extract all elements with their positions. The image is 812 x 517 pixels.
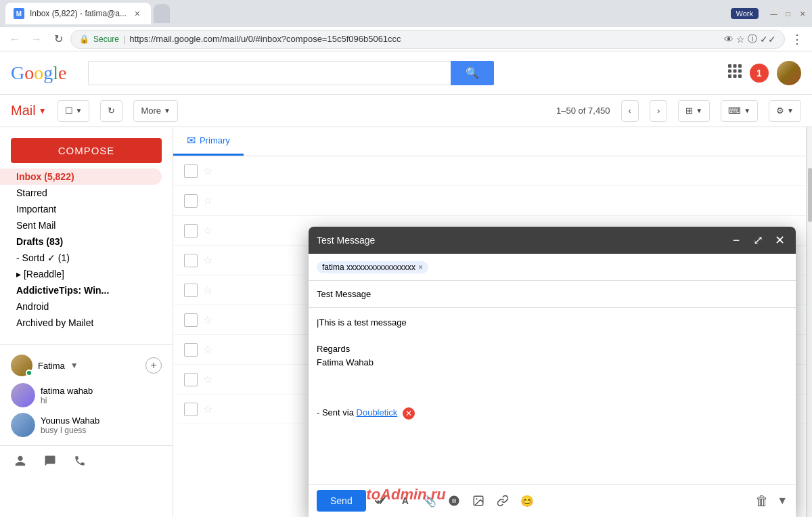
double-check-icon[interactable]: [371, 491, 390, 510]
maximize-btn[interactable]: □: [784, 9, 792, 18]
link2-icon[interactable]: [493, 491, 512, 510]
chat-user[interactable]: Fatima ▼ +: [11, 351, 162, 380]
compose-window-title: Test Message: [317, 235, 728, 246]
tab-close-btn[interactable]: ×: [132, 8, 143, 19]
split-view-btn[interactable]: ⊞ ▼: [678, 100, 710, 122]
scroll-indicator[interactable]: [807, 127, 812, 517]
star-icon[interactable]: ☆: [203, 403, 212, 415]
remove-signature-btn[interactable]: ✕: [403, 407, 415, 420]
svg-rect-3: [728, 70, 731, 73]
chat-contact-2[interactable]: Younus Wahab busy I guess: [11, 410, 162, 440]
send-btn[interactable]: Send: [317, 490, 366, 512]
sidebar-item-readdle[interactable]: ▸ [Readdle]: [0, 266, 162, 282]
avatar[interactable]: [777, 61, 801, 85]
compose-btn[interactable]: COMPOSE: [11, 138, 162, 163]
link-icon[interactable]: [445, 491, 464, 510]
info-icon[interactable]: ⓘ: [748, 33, 757, 45]
compose-header[interactable]: Test Message − ⤢ ✕: [309, 227, 796, 254]
sidebar-item-sortd[interactable]: - Sortd ✓ (1): [0, 250, 162, 266]
inactive-tab[interactable]: [154, 4, 170, 23]
image-icon[interactable]: [469, 491, 488, 510]
select-btn[interactable]: ☐ ▼: [58, 100, 90, 122]
url-bar[interactable]: 🔒 Secure | https://mail.google.com/mail/…: [70, 30, 785, 49]
compose-to-field[interactable]: fatima xxxxxxxxxxxxxxxxx ×: [309, 254, 796, 281]
eye-icon[interactable]: 👁: [724, 34, 734, 45]
close-btn[interactable]: ✕: [798, 9, 807, 18]
next-page-btn[interactable]: ›: [650, 100, 667, 122]
sidebar-item-android[interactable]: Android: [0, 298, 162, 315]
notification-badge[interactable]: 1: [750, 64, 769, 83]
more-options-btn[interactable]: ▼: [777, 495, 788, 507]
sidebar: COMPOSE Inbox (5,822) Starred Important …: [0, 127, 173, 517]
more-btn[interactable]: More ▼: [133, 100, 178, 122]
emoji-icon[interactable]: 😊: [518, 491, 537, 510]
minimize-btn[interactable]: —: [769, 9, 778, 18]
checkmark-icon[interactable]: ✓✓: [760, 34, 776, 45]
sidebar-item-addicivetips[interactable]: AddictiveTips: Win...: [0, 282, 162, 298]
compose-minimize-btn[interactable]: −: [728, 232, 744, 248]
settings-btn[interactable]: ⚙ ▼: [769, 100, 801, 122]
prev-page-btn[interactable]: ‹: [621, 100, 639, 122]
email-checkbox[interactable]: [184, 224, 198, 238]
url-text: https://mail.google.com/mail/u/0/#inbox?…: [129, 34, 720, 44]
reload-btn[interactable]: ↻: [49, 30, 68, 49]
address-bar: ← → ↻ 🔒 Secure | https://mail.google.com…: [0, 27, 812, 51]
email-checkbox[interactable]: [184, 284, 198, 297]
compose-body[interactable]: |This is a test message Regards Fatima W…: [309, 308, 796, 484]
sidebar-item-sent[interactable]: Sent Mail: [0, 217, 162, 233]
refresh-btn[interactable]: ↻: [100, 100, 122, 122]
doubletick-link[interactable]: Doubletick: [357, 407, 398, 418]
chat-dropdown-icon[interactable]: ▼: [70, 361, 78, 370]
forward-btn[interactable]: →: [27, 30, 46, 49]
chrome-menu-btn[interactable]: ⋮: [788, 30, 807, 49]
email-checkbox[interactable]: [184, 343, 198, 357]
star-icon[interactable]: ☆: [203, 224, 212, 237]
scroll-thumb[interactable]: [808, 168, 812, 222]
attachment-icon[interactable]: 📎: [420, 491, 439, 510]
active-tab[interactable]: M Inbox (5,822) - fatima@a... ×: [5, 3, 151, 24]
email-checkbox[interactable]: [184, 164, 198, 178]
phone-icon[interactable]: [70, 451, 89, 470]
chat-username: Fatima: [38, 361, 65, 371]
contact-info-2: Younus Wahab busy I guess: [41, 415, 162, 435]
email-checkbox[interactable]: [184, 194, 198, 208]
star-icon[interactable]: ☆: [203, 313, 212, 326]
email-checkbox[interactable]: [184, 373, 198, 386]
apps-icon[interactable]: [728, 64, 742, 81]
add-chat-btn[interactable]: +: [145, 357, 162, 374]
keyboard-btn[interactable]: ⌨ ▼: [721, 100, 758, 122]
sidebar-item-starred[interactable]: Starred: [0, 185, 162, 201]
email-checkbox[interactable]: [184, 403, 198, 416]
star-icon[interactable]: ☆: [203, 343, 212, 356]
email-checkbox[interactable]: [184, 254, 198, 267]
sidebar-item-important[interactable]: Important: [0, 201, 162, 217]
tab-title: Inbox (5,822) - fatima@a...: [30, 9, 127, 18]
remove-recipient-icon[interactable]: ×: [418, 263, 423, 272]
recipient-chip[interactable]: fatima xxxxxxxxxxxxxxxxx ×: [317, 261, 428, 273]
table-row[interactable]: ☆: [173, 156, 806, 186]
star-icon[interactable]: ☆: [203, 254, 212, 267]
sidebar-item-archived[interactable]: Archived by Mailet: [0, 315, 162, 331]
chat-contact-1[interactable]: fatima wahab hi: [11, 380, 162, 410]
compose-expand-btn[interactable]: ⤢: [750, 232, 766, 248]
delete-btn[interactable]: 🗑: [752, 491, 771, 510]
search-input[interactable]: [88, 61, 451, 85]
font-icon[interactable]: A: [396, 491, 415, 510]
compose-close-btn[interactable]: ✕: [771, 232, 788, 248]
table-row[interactable]: ☆: [173, 186, 806, 216]
sidebar-item-inbox[interactable]: Inbox (5,822): [0, 168, 162, 185]
contacts-icon[interactable]: [11, 451, 30, 470]
chat-icon[interactable]: [41, 451, 60, 470]
mail-label[interactable]: Mail ▼: [11, 103, 47, 118]
tab-primary[interactable]: ✉ Primary: [173, 127, 244, 156]
star-icon[interactable]: ☆: [736, 34, 745, 45]
star-icon[interactable]: ☆: [203, 373, 212, 386]
star-icon[interactable]: ☆: [203, 194, 212, 207]
sidebar-item-drafts[interactable]: Drafts (83): [0, 233, 162, 250]
star-icon[interactable]: ☆: [203, 284, 212, 296]
email-checkbox[interactable]: [184, 313, 198, 327]
search-btn[interactable]: 🔍: [451, 61, 494, 85]
back-btn[interactable]: ←: [5, 30, 24, 49]
star-icon[interactable]: ☆: [203, 164, 212, 177]
compose-subject-field[interactable]: Test Message: [309, 281, 796, 308]
